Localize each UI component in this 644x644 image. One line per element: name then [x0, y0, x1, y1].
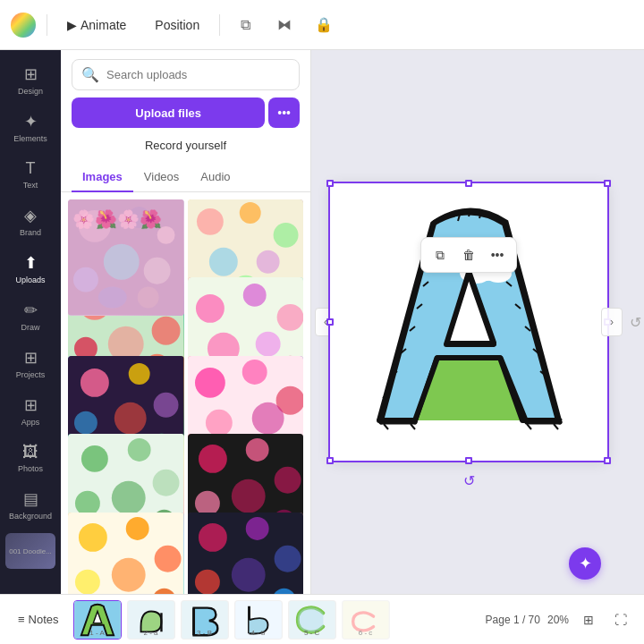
- search-input[interactable]: [106, 68, 290, 81]
- sidebar-label-uploads: Uploads: [15, 275, 45, 284]
- thumbnail-2[interactable]: 2 - a: [127, 600, 175, 640]
- lock-icon-button[interactable]: 🔒: [309, 11, 338, 39]
- sidebar-label-photos: Photos: [18, 464, 43, 473]
- sidebar-item-elements[interactable]: ✦ Elements: [5, 105, 55, 150]
- nav-thumbnail[interactable]: 001 Doodle...: [5, 533, 55, 569]
- thumbnail-1[interactable]: 1 - A: [73, 600, 122, 640]
- svg-point-74: [126, 517, 149, 540]
- svg-point-83: [245, 517, 268, 540]
- float-delete-button[interactable]: 🗑: [455, 242, 482, 268]
- svg-point-10: [196, 208, 223, 235]
- svg-point-66: [274, 467, 301, 494]
- sidebar-item-text[interactable]: T Text: [5, 152, 55, 197]
- upload-files-button[interactable]: Upload files: [72, 97, 265, 128]
- tab-audio[interactable]: Audio: [190, 163, 241, 192]
- svg-point-11: [239, 202, 260, 224]
- svg-point-29: [242, 284, 266, 307]
- handle-bottom-middle[interactable]: [465, 457, 472, 464]
- handle-top-middle[interactable]: [465, 180, 472, 187]
- svg-point-57: [153, 470, 180, 496]
- grid-view-button[interactable]: ⊞: [576, 607, 601, 632]
- magic-button[interactable]: ✦: [569, 547, 601, 580]
- sidebar-label-projects: Projects: [16, 370, 46, 379]
- toolbar-separator: [47, 14, 47, 36]
- text-icon: T: [26, 159, 36, 178]
- svg-point-46: [194, 368, 225, 398]
- sidebar-item-background[interactable]: ▤ Background: [5, 482, 55, 528]
- svg-point-21: [152, 317, 181, 345]
- record-yourself-button[interactable]: Record yourself: [72, 135, 300, 156]
- sidebar-item-design[interactable]: ⊞ Design: [5, 57, 55, 103]
- draw-icon: ✏: [24, 301, 38, 320]
- sidebar-item-brand[interactable]: ◈ Brand: [5, 199, 55, 244]
- svg-point-8: [138, 287, 159, 309]
- sidebar-item-photos[interactable]: 🖼 Photos: [5, 436, 55, 480]
- thumbnail-strip: 1 - A 2 - a 3 - B: [73, 600, 479, 640]
- tab-images[interactable]: Images: [72, 163, 133, 192]
- animate-label: Animate: [80, 18, 126, 32]
- canvas-next-button[interactable]: ›: [601, 308, 623, 336]
- panel-header: 🔍 Upload files ••• Record yourself: [61, 50, 310, 163]
- design-icon: ⊞: [24, 64, 38, 84]
- thumb-label-1: 1 - A: [74, 629, 121, 637]
- handle-top-right[interactable]: [604, 180, 611, 187]
- svg-point-82: [198, 523, 226, 552]
- thumb-label-5: 5 - C: [289, 629, 335, 637]
- fullscreen-button[interactable]: ⛶: [608, 607, 633, 632]
- position-label: Position: [155, 18, 199, 32]
- thumbnail-preview: 001 Doodle...: [5, 533, 55, 569]
- svg-point-49: [205, 410, 232, 436]
- animate-button[interactable]: ▶ Animate: [58, 13, 135, 38]
- svg-line-113: [411, 424, 415, 429]
- right-sidebar: ↺: [626, 50, 644, 594]
- notes-label: Notes: [29, 613, 59, 626]
- svg-point-75: [155, 545, 182, 572]
- canvas-frame[interactable]: ⧉ 🗑 •••: [330, 183, 607, 461]
- sidebar-label-text: Text: [23, 181, 38, 190]
- svg-point-7: [98, 287, 127, 309]
- thumbnail-4[interactable]: 4 - b: [234, 600, 283, 640]
- search-icon: 🔍: [81, 66, 99, 83]
- tab-videos[interactable]: Videos: [133, 163, 191, 192]
- crop-icon-button[interactable]: ⧉: [231, 11, 259, 39]
- apps-icon: ⊞: [24, 395, 38, 415]
- adjust-icon-button[interactable]: ⧓: [270, 11, 299, 39]
- panel-tabs: Images Videos Audio: [61, 163, 310, 192]
- photos-icon: 🖼: [22, 443, 38, 462]
- image-grid-item-1[interactable]: [68, 199, 184, 316]
- svg-point-84: [274, 545, 301, 572]
- thumbnail-6[interactable]: 6 - c: [342, 600, 390, 640]
- image-grid-item-10[interactable]: [188, 513, 304, 594]
- floral-pattern-9: [68, 513, 184, 594]
- image-grid-item-9[interactable]: [68, 513, 184, 594]
- toolbar-separator-2: [219, 14, 220, 36]
- svg-point-3: [104, 244, 140, 280]
- main-area: ⊞ Design ✦ Elements T Text ◈ Brand ⬆ Upl…: [0, 50, 644, 594]
- handle-top-left[interactable]: [326, 180, 334, 187]
- svg-point-14: [256, 250, 279, 274]
- thumbnail-3[interactable]: 3 - B: [181, 600, 229, 640]
- notes-button[interactable]: ≡ Notes: [11, 609, 66, 630]
- brand-color-button[interactable]: [11, 13, 36, 38]
- thumbnail-5[interactable]: 5 - C: [288, 600, 336, 640]
- thumb-label-3: 3 - B: [182, 629, 228, 637]
- svg-point-1: [79, 210, 111, 242]
- sidebar-item-draw[interactable]: ✏ Draw: [5, 293, 55, 339]
- search-box[interactable]: 🔍: [72, 59, 300, 90]
- position-button[interactable]: Position: [146, 13, 208, 38]
- upload-more-button[interactable]: •••: [268, 97, 300, 128]
- sidebar-item-projects[interactable]: ⊞ Projects: [5, 341, 55, 386]
- rotate-handle[interactable]: ↺: [463, 472, 475, 489]
- svg-point-2: [129, 207, 150, 228]
- sidebar-item-uploads[interactable]: ⬆ Uploads: [5, 246, 55, 292]
- handle-bottom-right[interactable]: [604, 457, 611, 464]
- float-more-button[interactable]: •••: [484, 242, 511, 268]
- handle-bottom-left[interactable]: [326, 457, 334, 464]
- svg-point-13: [208, 248, 237, 276]
- svg-point-85: [194, 569, 219, 594]
- float-resize-button[interactable]: ⧉: [427, 242, 453, 268]
- left-navigation: ⊞ Design ✦ Elements T Text ◈ Brand ⬆ Upl…: [0, 50, 61, 594]
- sidebar-item-apps[interactable]: ⊞ Apps: [5, 388, 55, 434]
- uploads-icon: ⬆: [24, 253, 38, 273]
- sidebar-label-draw: Draw: [21, 323, 39, 332]
